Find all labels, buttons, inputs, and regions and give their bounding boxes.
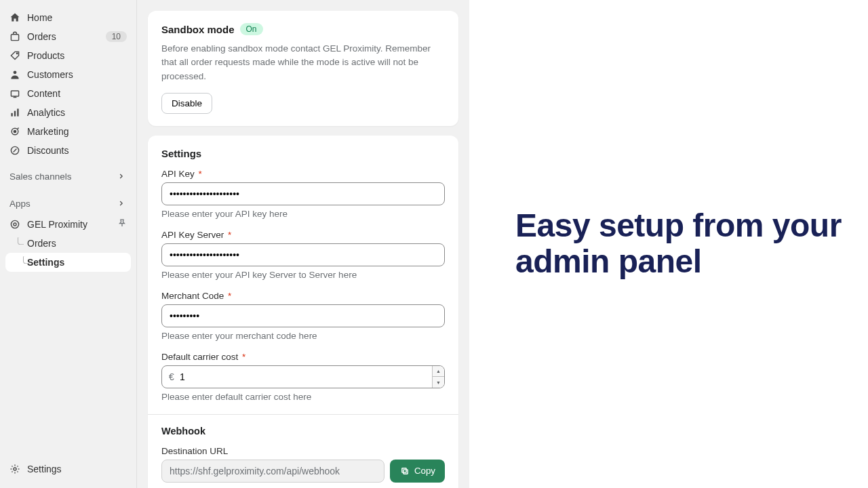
api-key-input[interactable] [161,182,445,205]
api-server-input[interactable] [161,243,445,266]
sidebar-item-products[interactable]: Products [0,46,136,65]
sandbox-title-row: Sandbox mode On [161,23,445,35]
chevron-right-icon [116,198,127,209]
api-key-helper: Please enter your API key here [161,209,445,219]
disable-button[interactable]: Disable [161,93,212,114]
promo-headline: Easy setup from your admin panel [515,208,868,280]
discount-icon [9,145,20,156]
api-server-label: API Key Server * [161,230,445,240]
merchant-helper: Please enter your merchant code here [161,331,445,341]
svg-rect-5 [14,111,16,117]
sidebar-item-label: Products [27,50,64,61]
sidebar-item-label: Analytics [27,107,65,118]
settings-card: Settings API Key * Please enter your API… [148,136,458,488]
sandbox-badge: On [240,23,263,35]
pin-icon[interactable] [117,218,127,230]
main-content: Sandbox mode On Before enabling sandbox … [137,0,469,488]
sidebar-item-marketing[interactable]: Marketing [0,122,136,141]
sidebar-item-content[interactable]: Content [0,84,136,103]
target-icon [9,126,20,137]
sandbox-title: Sandbox mode [161,24,235,35]
apps-section[interactable]: Apps [0,192,136,214]
sidebar-item-discounts[interactable]: Discounts [0,141,136,160]
carrier-row: Default carrier cost * € ▲ ▼ Please ente… [161,352,445,402]
tag-icon [9,50,20,61]
orders-icon [9,31,20,42]
svg-point-10 [11,220,18,228]
carrier-helper: Please enter default carrier cost here [161,392,445,402]
svg-rect-14 [402,468,406,472]
section-label: Apps [9,199,31,209]
merchant-row: Merchant Code * Please enter your mercha… [161,291,445,341]
chevron-right-icon [116,171,127,182]
webhook-title: Webhook [161,426,445,436]
settings-title: Settings [161,148,445,159]
orders-badge: 10 [106,31,127,42]
sub-label: Orders [27,238,56,249]
sidebar-item-orders[interactable]: Orders 10 [0,27,136,46]
sidebar-item-label: Marketing [27,126,68,137]
sidebar-item-customers[interactable]: Customers [0,65,136,84]
api-key-label: API Key * [161,169,445,179]
sidebar-item-label: Customers [27,69,73,80]
currency-symbol: € [169,371,174,382]
svg-point-1 [16,53,18,54]
stepper-up[interactable]: ▲ [433,366,444,378]
content-icon [9,88,20,99]
svg-point-8 [14,130,16,132]
copy-button[interactable]: Copy [390,460,445,483]
copy-icon [399,466,410,476]
analytics-icon [9,107,20,118]
webhook-row: Destination URL Copy Use the following d… [161,446,445,488]
merchant-label: Merchant Code * [161,291,445,301]
sandbox-card: Sandbox mode On Before enabling sandbox … [148,11,458,126]
api-server-row: API Key Server * Please enter your API k… [161,230,445,280]
copy-label: Copy [414,466,435,476]
sales-channels-section[interactable]: Sales channels [0,165,136,187]
stepper: ▲ ▼ [432,366,444,388]
sidebar-item-settings[interactable]: Settings [0,460,136,479]
webhook-url-input[interactable] [161,460,384,483]
sidebar-item-home[interactable]: Home [0,8,136,27]
app-sub-settings[interactable]: Settings [5,253,131,272]
promo-panel: Easy setup from your admin panel [469,0,868,488]
sidebar-item-label: Settings [27,464,62,474]
svg-rect-6 [17,108,18,116]
carrier-input[interactable] [161,365,445,388]
sidebar-item-label: Content [27,88,60,99]
svg-rect-3 [11,91,18,96]
sidebar: Home Orders 10 Products Customers Conten… [0,0,137,488]
svg-rect-13 [403,470,408,474]
svg-point-12 [14,468,16,470]
app-gel-proximity[interactable]: GEL Proximity [0,214,136,234]
stepper-down[interactable]: ▼ [433,377,444,388]
merchant-input[interactable] [161,304,445,327]
api-server-helper: Please enter your API key Server to Serv… [161,270,445,280]
sidebar-item-label: Discounts [27,145,68,156]
person-icon [9,69,20,80]
gear-icon [9,464,20,474]
svg-point-2 [14,70,17,74]
sidebar-item-analytics[interactable]: Analytics [0,103,136,122]
app-icon [9,219,20,230]
svg-point-11 [14,223,16,226]
sandbox-desc: Before enabling sandbox mode contact GEL… [161,42,445,83]
sub-label: Settings [27,257,64,268]
sidebar-item-label: Home [27,12,52,23]
sidebar-item-label: Orders [27,31,56,42]
app-sub-orders[interactable]: Orders [0,234,136,253]
api-key-row: API Key * Please enter your API key here [161,169,445,219]
svg-rect-0 [11,35,18,41]
section-label: Sales channels [9,171,72,182]
home-icon [9,12,20,23]
webhook-dest-label: Destination URL [161,446,445,456]
svg-rect-4 [11,113,12,117]
app-name: GEL Proximity [27,219,87,230]
carrier-label: Default carrier cost * [161,352,445,362]
